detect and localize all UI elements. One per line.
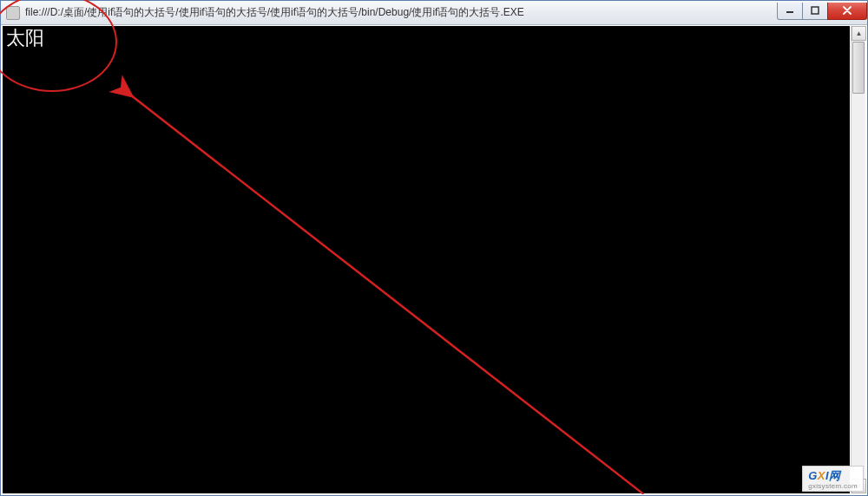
app-icon: [6, 6, 20, 20]
watermark-domain: gxisystem.com: [808, 482, 858, 490]
titlebar[interactable]: file:///D:/桌面/使用if语句的大括号/使用if语句的大括号/使用if…: [1, 1, 867, 25]
window-controls: [778, 3, 867, 20]
console-output-text: 太阳: [6, 28, 44, 49]
wm-letter-x: X: [818, 469, 825, 482]
close-button[interactable]: [827, 3, 867, 20]
scroll-up-button[interactable]: ▲: [852, 26, 866, 41]
svg-rect-0: [786, 11, 793, 13]
close-icon: [842, 6, 852, 15]
watermark: GXI网 gxisystem.com: [802, 466, 864, 492]
console-client-area[interactable]: 太阳: [3, 26, 850, 493]
scroll-thumb[interactable]: [852, 42, 865, 94]
minimize-icon: [786, 6, 794, 15]
vertical-scrollbar[interactable]: ▲ ▼: [851, 26, 865, 493]
minimize-button[interactable]: [777, 3, 803, 20]
wm-letter-g: G: [808, 469, 818, 482]
svg-rect-1: [812, 7, 819, 14]
maximize-icon: [811, 6, 819, 15]
wm-letter-net: 网: [829, 469, 841, 482]
maximize-button[interactable]: [802, 3, 828, 20]
console-window: file:///D:/桌面/使用if语句的大括号/使用if语句的大括号/使用if…: [0, 0, 868, 496]
window-title: file:///D:/桌面/使用if语句的大括号/使用if语句的大括号/使用if…: [25, 5, 778, 20]
